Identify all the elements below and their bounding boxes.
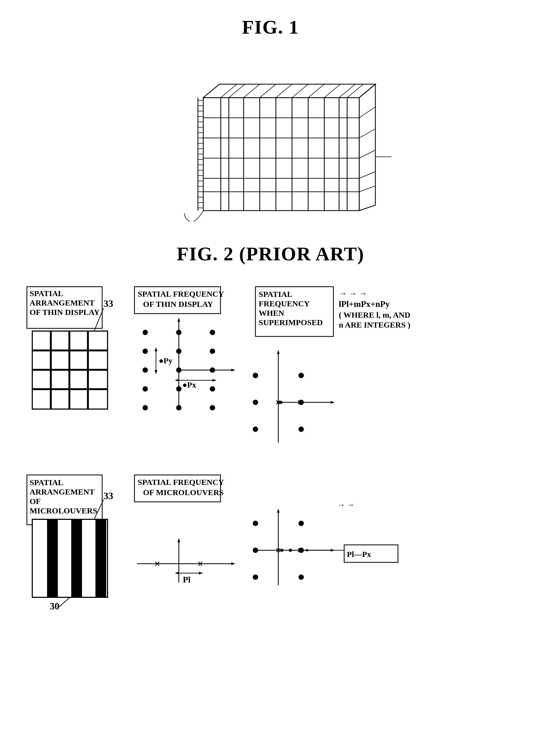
svg-marker-77 xyxy=(178,318,180,322)
fig1-title: FIG. 1 xyxy=(22,16,519,38)
svg-point-164 xyxy=(298,574,304,580)
fig1-diagram-container: 29 32 xyxy=(22,55,519,221)
svg-marker-152 xyxy=(175,572,179,574)
svg-text:FREQUENCY: FREQUENCY xyxy=(259,299,310,308)
svg-point-82 xyxy=(176,349,182,354)
svg-marker-99 xyxy=(213,379,217,381)
svg-text:OF MICROLOUVERS: OF MICROLOUVERS xyxy=(143,488,224,497)
svg-rect-122 xyxy=(279,401,282,404)
svg-point-119 xyxy=(298,426,304,432)
svg-text:OF THIN DISPLAY: OF THIN DISPLAY xyxy=(143,300,213,309)
svg-text:ARRANGEMENT: ARRANGEMENT xyxy=(30,298,95,307)
svg-marker-95 xyxy=(155,370,157,374)
svg-text:30: 30 xyxy=(50,601,59,612)
svg-point-160 xyxy=(298,521,304,526)
svg-point-86 xyxy=(210,368,215,373)
svg-marker-98 xyxy=(175,379,179,381)
svg-point-125 xyxy=(298,373,304,378)
svg-point-83 xyxy=(210,349,215,354)
svg-text:SPATIAL: SPATIAL xyxy=(30,289,63,298)
svg-marker-153 xyxy=(199,572,203,574)
svg-point-89 xyxy=(210,386,215,391)
svg-text:SPATIAL: SPATIAL xyxy=(30,478,63,487)
svg-point-159 xyxy=(253,521,258,526)
svg-rect-135 xyxy=(47,519,58,597)
fig2-section: FIG. 2 (PRIOR ART) SPATIAL ARRANGEMENT O… xyxy=(22,243,519,645)
svg-text:33: 33 xyxy=(104,490,113,501)
svg-rect-167 xyxy=(280,549,283,552)
svg-text:●Px: ●Px xyxy=(182,380,196,389)
svg-point-84 xyxy=(143,368,148,373)
fig2-title: FIG. 2 (PRIOR ART) xyxy=(22,243,519,265)
svg-point-126 xyxy=(253,373,258,378)
svg-marker-144 xyxy=(178,538,180,542)
svg-point-85 xyxy=(176,368,182,373)
svg-rect-137 xyxy=(96,519,106,597)
svg-marker-158 xyxy=(277,508,279,512)
svg-marker-113 xyxy=(277,350,279,354)
svg-text:Pl: Pl xyxy=(183,575,191,584)
fig2-svg: SPATIAL ARRANGEMENT OF THIN DISPLAY 33 S… xyxy=(22,281,532,644)
svg-text:Pl—Px: Pl—Px xyxy=(347,550,371,559)
svg-point-79 xyxy=(176,330,182,335)
svg-text:n ARE INTEGERS ): n ARE INTEGERS ) xyxy=(339,320,410,330)
svg-text:MICROLOUVERS: MICROLOUVERS xyxy=(30,506,97,515)
svg-text:ARRANGEMENT: ARRANGEMENT xyxy=(30,487,95,496)
svg-line-150 xyxy=(59,597,70,607)
svg-text:SPATIAL FREQUENCY: SPATIAL FREQUENCY xyxy=(138,478,224,486)
svg-point-78 xyxy=(143,330,148,335)
svg-point-81 xyxy=(143,349,148,354)
svg-text:32: 32 xyxy=(186,221,197,221)
svg-point-87 xyxy=(143,386,148,391)
svg-marker-75 xyxy=(231,369,235,372)
svg-text:SPATIAL: SPATIAL xyxy=(259,290,292,299)
svg-text:OF: OF xyxy=(30,497,41,506)
svg-text:SPATIAL FREQUENCY: SPATIAL FREQUENCY xyxy=(138,290,224,298)
svg-marker-173 xyxy=(304,549,308,552)
svg-text:SUPERIMPOSED: SUPERIMPOSED xyxy=(259,318,323,327)
svg-text:●Py: ●Py xyxy=(159,356,172,365)
svg-point-161 xyxy=(253,547,258,553)
svg-point-91 xyxy=(176,405,182,410)
svg-rect-0 xyxy=(203,98,359,211)
svg-text:lPl+mPx+nPy: lPl+mPx+nPy xyxy=(339,299,390,309)
svg-marker-27 xyxy=(359,84,375,211)
svg-point-80 xyxy=(210,330,215,335)
svg-point-88 xyxy=(176,386,182,391)
page: FIG. 1 xyxy=(0,0,541,756)
svg-text:→      →      →: → → → xyxy=(339,289,367,298)
svg-marker-94 xyxy=(155,347,157,351)
svg-text:( WHERE l, m, AND: ( WHERE l, m, AND xyxy=(339,310,410,320)
svg-marker-111 xyxy=(331,401,335,404)
svg-point-90 xyxy=(143,405,148,410)
svg-rect-136 xyxy=(71,519,82,597)
svg-point-163 xyxy=(253,574,258,580)
svg-text:WHEN: WHEN xyxy=(259,309,284,317)
svg-text:33: 33 xyxy=(104,298,113,309)
svg-point-116 xyxy=(253,399,258,405)
svg-point-118 xyxy=(253,426,258,432)
svg-point-92 xyxy=(210,405,215,410)
svg-point-170 xyxy=(289,549,292,552)
svg-text:OF THIN DISPLAY: OF THIN DISPLAY xyxy=(30,308,100,317)
svg-marker-142 xyxy=(231,562,235,565)
svg-text:→        →: → → xyxy=(337,500,354,509)
fig1-svg: 29 32 xyxy=(150,65,391,221)
